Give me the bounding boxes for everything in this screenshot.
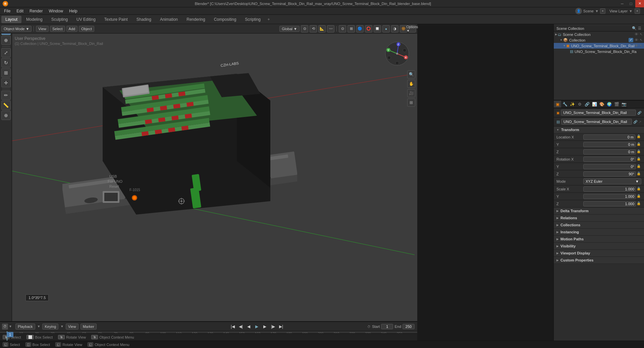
viewport-wireframe-btn[interactable]: 🔲 [374,25,381,33]
zoom-in-btn[interactable]: 🔍 [407,70,415,78]
delta-transform-header[interactable]: ▶ Delta Transform [554,208,644,215]
play-btn[interactable]: ▶ [254,324,260,330]
playback-menu[interactable]: Playback [15,324,35,330]
motion-paths-header[interactable]: ▶ Motion Paths [554,236,644,243]
tab-layout[interactable]: Layout [1,16,21,23]
outliner-item-collection[interactable]: ▼ 📦 Collection ✓ 👁 ↖ [554,37,644,43]
tool-scale[interactable]: ⊞ [1,68,11,77]
tab-compositing[interactable]: Compositing [210,16,240,23]
rotation-mode-dropdown[interactable]: XYZ Euler ▼ [583,178,641,184]
scale-y[interactable]: 1.000 [583,194,636,199]
scale-z-lock[interactable]: 🔒 [637,201,641,206]
prop-icon-data[interactable]: 📊 [591,101,598,108]
menu-edit[interactable]: Edit [14,8,26,14]
options-btn[interactable]: Options ▼ [409,25,416,33]
tool-rotate[interactable]: ↻ [1,58,11,67]
viewport-icon-1[interactable]: ⊙ [301,25,308,33]
add-tab-button[interactable]: + [265,16,272,23]
viewport-icon-2[interactable]: ⟲ [310,25,317,33]
scene-canvas[interactable]: User Perspective (1) Collection | UNO_Sc… [12,34,417,321]
data-link-btn[interactable]: 🔗 [633,120,637,124]
relations-header[interactable]: ▶ Relations [554,215,644,222]
prop-icon-modifier[interactable]: 🔧 [561,101,569,108]
keying-menu[interactable]: Keying [42,324,58,330]
outliner-item-uno-screw-mesh[interactable]: ▤ UNO_Screw_Terminal_Block_Din_Ra [554,49,644,54]
end-frame-input[interactable]: 250 [402,324,415,329]
location-z[interactable]: 0 m [583,149,636,155]
scale-x[interactable]: 1.000 [583,186,636,192]
navigation-gizmo[interactable]: Z X Y [384,40,411,67]
viewport-gizmo-btn[interactable]: ⊞ [347,25,355,33]
prop-icon-object[interactable]: ▣ [554,101,561,108]
outliner-item-uno-screw[interactable]: ▼ ▣ UNO_Screw_Terminal_Block_Din_Rail 👁 … [554,43,644,49]
viewport-overlay-dropdown[interactable]: ⊙ [339,25,346,33]
timeline-dropdown-arrow[interactable]: ▼ [9,325,12,328]
prop-icon-world[interactable]: 🌍 [605,101,613,108]
global-dropdown[interactable]: Global ▼ [279,26,300,32]
viewport-render-btn[interactable]: 🔆 [400,25,407,33]
rotation-x[interactable]: 0° [583,157,636,162]
view-menu[interactable]: View [36,26,49,32]
outliner-item-scene-collection[interactable]: ▶ 🗂 Scene Collection 👁 ↖ [554,32,644,37]
jump-start-btn[interactable]: |◀ [230,324,236,330]
tab-animation[interactable]: Animation [156,16,182,23]
prev-frame-btn[interactable]: ◀ [246,324,252,330]
location-y-lock[interactable]: 🔒 [637,142,641,147]
grid-btn[interactable]: ⊞ [407,99,415,107]
tool-measure[interactable]: 📏 [1,101,11,110]
rotation-y-lock[interactable]: 🔒 [637,164,641,169]
menu-window[interactable]: Window [46,8,66,14]
location-y[interactable]: 0 m [583,142,636,147]
rotation-y[interactable]: 0° [583,164,636,169]
outliner-filter-btn[interactable]: ☰ [638,26,641,31]
scale-x-lock[interactable]: 🔒 [637,187,641,191]
transform-section-header[interactable]: ▼ Transform [554,126,644,133]
rotation-z[interactable]: 90° [583,171,636,177]
scale-y-lock[interactable]: 🔒 [637,194,641,199]
rotation-z-lock[interactable]: 🔒 [637,172,641,176]
tab-texture-paint[interactable]: Texture Paint [100,16,132,23]
tool-annotate[interactable]: ✏ [1,91,11,100]
object-name-field[interactable]: UNO_Screw_Terminal_Block_Din_Rail [561,110,636,116]
prop-icon-constraints[interactable]: 🔗 [583,101,591,108]
viewport-proportional-btn[interactable]: ⭕ [365,25,372,33]
tool-cursor[interactable]: ⊕ [1,36,11,45]
object-mode-dropdown[interactable]: Object Mode ▼ [1,26,32,32]
prop-icon-render[interactable]: 📷 [620,101,628,108]
maximize-button[interactable]: □ [627,0,635,7]
menu-render[interactable]: Render [27,8,45,14]
viewport-display-header[interactable]: ▶ Viewport Display [554,250,644,257]
menu-file[interactable]: File [1,8,13,14]
object-data-field[interactable]: UNO_Screw_Terminal_Block_Din_Rail [561,119,632,125]
start-frame-input[interactable]: 1 [381,324,393,329]
tool-move[interactable]: ⤢ [1,48,11,57]
outliner-search-btn[interactable]: 🔍 [632,26,637,31]
viewport-icon-3[interactable]: 📐 [318,25,326,33]
tool-add[interactable]: ⊕ [1,111,11,120]
prop-icon-physics[interactable]: ⚙ [576,101,583,108]
prop-icon-particles[interactable]: ✨ [569,101,576,108]
object-link-btn[interactable]: 🔗 [637,111,641,115]
tab-scripting[interactable]: Scripting [241,16,265,23]
timeline-type-dropdown[interactable]: ⏱ [2,324,8,330]
view-menu-tl[interactable]: View [66,324,78,330]
data-unlink-btn[interactable]: ↗ [639,120,641,124]
keying-arrow[interactable]: ▼ [60,325,64,328]
tab-uv-editing[interactable]: UV Editing [72,16,100,23]
new-view-layer-btn[interactable]: + [635,8,640,14]
tab-sculpting[interactable]: Sculpting [47,16,72,23]
scale-z[interactable]: 1.000 [583,201,636,207]
tab-rendering[interactable]: Rendering [182,16,209,23]
viewport-snap-btn[interactable]: 🔵 [356,25,364,33]
location-x-lock[interactable]: 🔒 [637,134,641,139]
viewport-material-btn[interactable]: ◑ [391,25,398,33]
scene-selector[interactable]: ▼ [595,9,599,13]
tab-shading[interactable]: Shading [132,16,155,23]
jump-end-btn[interactable]: ▶| [278,324,284,330]
select-menu[interactable]: Select [50,26,65,32]
rotation-x-lock[interactable]: 🔒 [637,157,641,162]
custom-properties-header[interactable]: ▶ Custom Properties [554,257,644,264]
prev-keyframe-btn[interactable]: ◀| [238,324,244,330]
prop-icon-scene[interactable]: 🎬 [613,101,620,108]
menu-help[interactable]: Help [66,8,80,14]
